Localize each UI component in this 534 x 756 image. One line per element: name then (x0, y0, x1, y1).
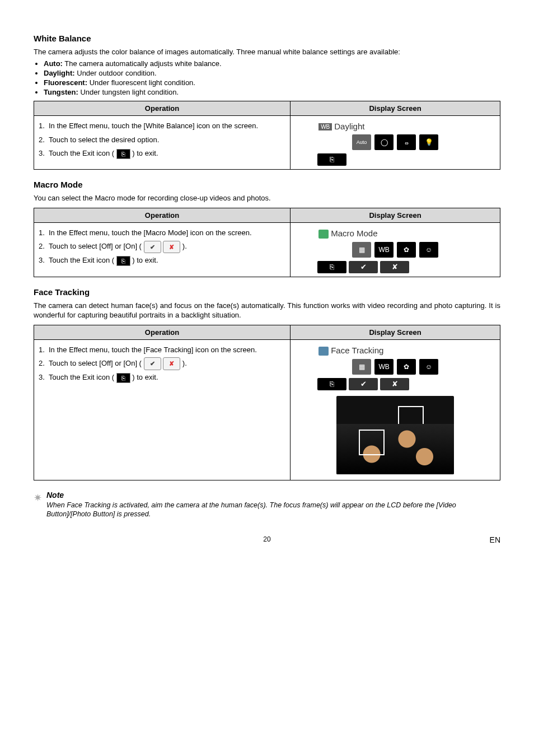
operation-cell: 1.In the Effect menu, touch the [White B… (34, 115, 291, 169)
face-tracking-preview-image (336, 396, 454, 474)
page-number: 20 (263, 535, 270, 543)
exit-icon: ⎘ (116, 256, 130, 266)
cancel-button-icon: ✘ (380, 378, 409, 390)
x-icon: ✘ (163, 357, 180, 370)
exit-button-icon: ⎘ (317, 261, 346, 273)
operation-header: Operation (34, 208, 291, 222)
step-text: In the Effect menu, touch the [Face Trac… (49, 346, 257, 354)
scene-icon: ▦ (352, 359, 371, 375)
operation-cell: 1.In the Effect menu, touch the [Macro M… (34, 222, 291, 277)
fluorescent-icon: ⏛ (397, 134, 416, 150)
operation-header: Operation (34, 325, 291, 339)
note-block: ✷ Note When Face Tracking is activated, … (34, 491, 500, 519)
exit-icon: ⎘ (116, 373, 130, 383)
note-title: Note (46, 491, 500, 500)
bullet-strong: Auto: (44, 59, 63, 68)
display-header: Display Screen (291, 101, 500, 115)
list-item: Tungsten: Under tungsten light condition… (44, 88, 500, 96)
macro-mode-table: Operation Display Screen 1.In the Effect… (34, 208, 500, 277)
sun-icon: ◯ (374, 134, 394, 150)
list-item: Fluorescent: Under fluorescent light con… (44, 78, 500, 87)
bullet-text: Under outdoor condition. (75, 69, 157, 77)
step-text: Touch to select the desired option. (49, 136, 159, 144)
display-cell: WBDaylight Auto ◯ ⏛ 💡 ⎘ (291, 115, 500, 169)
list-item: Daylight: Under outdoor condition. (44, 69, 500, 77)
white-balance-table: Operation Display Screen 1.In the Effect… (34, 101, 500, 170)
scene-icon: ▦ (352, 242, 371, 258)
macro-mode-heading: Macro Mode (34, 180, 500, 189)
display-cell: Face Tracking ▦ WB ✿ ☺ ⎘ ✔ ✘ (291, 339, 500, 480)
confirm-button-icon: ✔ (349, 378, 378, 390)
check-icon: ✔ (144, 241, 161, 254)
step-text: In the Effect menu, touch the [Macro Mod… (49, 228, 252, 237)
macro-mode-intro: You can select the Macro mode for record… (34, 194, 500, 203)
face-tracking-intro: The camera can detect human face(s) and … (34, 301, 500, 320)
macro-icon: ✿ (397, 359, 416, 375)
operation-cell: 1.In the Effect menu, touch the [Face Tr… (34, 339, 291, 480)
confirm-button-icon: ✔ (349, 261, 378, 273)
tungsten-icon: 💡 (419, 134, 438, 150)
macro-icon: ✿ (397, 242, 416, 258)
exit-button-icon: ⎘ (317, 153, 346, 166)
operation-header: Operation (34, 101, 291, 115)
wb-icon: WB (374, 242, 394, 258)
white-balance-heading: White Balance (34, 34, 500, 43)
list-item: Auto: The camera automatically adjusts w… (44, 59, 500, 68)
display-cell: Macro Mode ▦ WB ✿ ☺ ⎘ ✔ ✘ (291, 222, 500, 277)
screen-title: Macro Mode (331, 228, 377, 238)
bullet-strong: Fluorescent: (44, 78, 87, 87)
flower-icon (318, 230, 329, 239)
bullet-text: Under tungsten light condition. (78, 88, 179, 96)
page-footer: 20 EN (34, 535, 500, 543)
auto-icon: Auto (352, 134, 371, 150)
check-icon: ✔ (144, 357, 161, 370)
language-label: EN (490, 535, 500, 544)
bullet-strong: Daylight: (44, 69, 75, 77)
bullet-text: Under fluorescent light condition. (87, 78, 195, 87)
white-balance-bullets: Auto: The camera automatically adjusts w… (34, 59, 500, 96)
exit-icon: ⎘ (116, 149, 130, 159)
wb-icon: WB (374, 359, 394, 375)
step-text: In the Effect menu, touch the [White Bal… (49, 122, 258, 130)
note-body: When Face Tracking is activated, aim the… (46, 501, 500, 519)
face-icon: ☺ (419, 242, 438, 258)
screen-title: Face Tracking (331, 346, 383, 355)
exit-button-icon: ⎘ (317, 378, 346, 390)
bullet-strong: Tungsten: (44, 88, 78, 96)
note-icon: ✷ (34, 492, 42, 519)
screen-title: Daylight (334, 122, 364, 131)
display-header: Display Screen (291, 325, 500, 339)
face-tracking-heading: Face Tracking (34, 287, 500, 297)
wb-badge-icon: WB (318, 123, 332, 130)
display-header: Display Screen (291, 208, 500, 222)
x-icon: ✘ (163, 241, 180, 254)
face-icon: ☺ (419, 359, 438, 375)
white-balance-intro: The camera adjusts the color balance of … (34, 48, 500, 57)
bullet-text: The camera automatically adjusts white b… (63, 59, 222, 68)
face-tracking-table: Operation Display Screen 1.In the Effect… (34, 325, 500, 480)
cancel-button-icon: ✘ (380, 261, 409, 273)
face-badge-icon (318, 347, 329, 356)
